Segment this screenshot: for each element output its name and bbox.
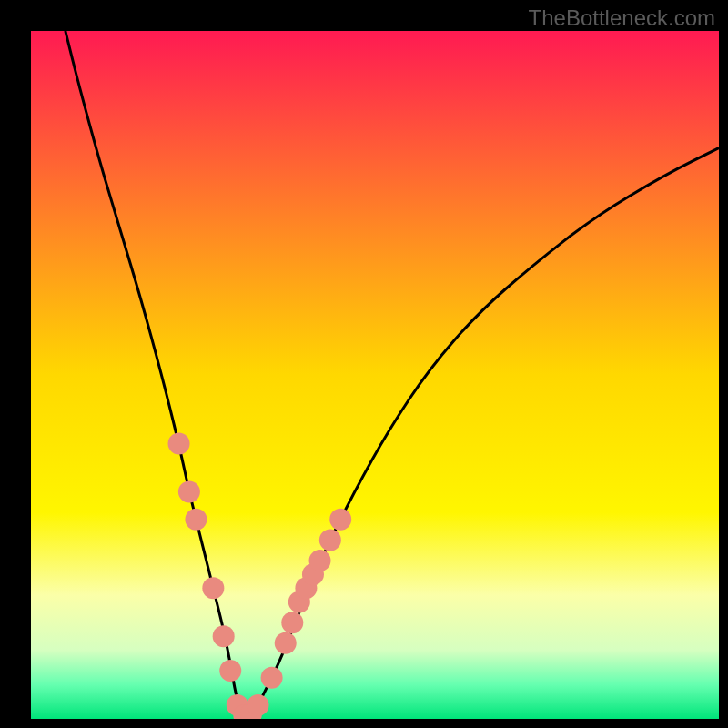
data-marker — [202, 577, 224, 599]
data-marker — [281, 612, 303, 633]
data-marker — [319, 529, 341, 551]
chart-plot-area — [31, 31, 719, 719]
data-marker — [213, 625, 235, 647]
data-markers — [168, 433, 352, 719]
data-marker — [185, 509, 207, 531]
data-marker — [247, 694, 268, 716]
data-marker — [219, 660, 241, 682]
data-marker — [309, 550, 331, 571]
data-marker — [261, 667, 283, 689]
bottleneck-curve — [66, 31, 719, 715]
data-marker — [329, 509, 351, 531]
data-marker — [275, 632, 297, 654]
chart-curve-layer — [31, 31, 719, 719]
watermark-text: TheBottleneck.com — [529, 5, 715, 31]
data-marker — [178, 481, 200, 503]
data-marker — [168, 433, 190, 455]
